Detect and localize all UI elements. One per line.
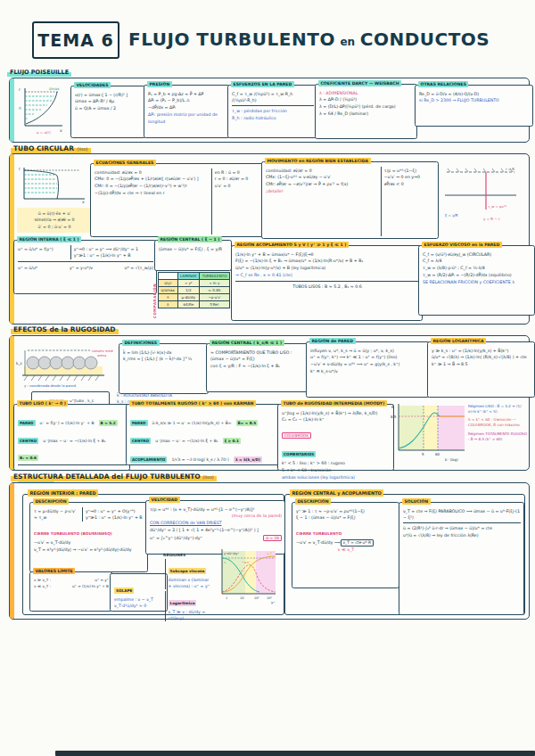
pared-formulas: influyen ν, u*, k_s ⇒ ū = ū(y ; u*, ν, k… xyxy=(310,348,426,375)
box-region-central: REGIÓN CENTRAL ( ξ ∼ 1 ) (ūmax − ū)/u* =… xyxy=(154,240,232,271)
box-tubo-rugoso: TUBO TOTALMENTE RUGOSO ( k⁺ ≳ 60 ) von K… xyxy=(126,404,282,465)
tubo-rugoso-row-acoplamiento: ACOPLAMIENTO 1/√λ = −2.0·log( k_s / 3.7D… xyxy=(130,448,278,464)
formula-line: ū = ū(r)·ēx + u′ xyxy=(20,210,89,217)
descripcion-formulas: −u′v′ = ν_T·dū/dyν_T = κ²y²·|dū/dy| ⇒ −u… xyxy=(34,539,144,553)
row-chip: CENTRO xyxy=(18,438,38,444)
formula-line: CMx: 0 = −(1/ρ)∂P̄/∂x + (1/r)∂/∂r[ r(ν∂ū… xyxy=(95,176,209,182)
comentarios-note: ambas soluciones (ley logarítmica) xyxy=(282,474,391,481)
formula-line: ūmax = ΔPₗ·R² / 4μ xyxy=(75,98,143,104)
formula-line: CMr: 0 = −(1/ρ)∂P̄/∂r − (1/r)∂/∂r(r·v′²)… xyxy=(95,183,209,189)
acoplamiento-notes: ⇒ C_f vs Re , κ ≈ 0.41 (cte) xyxy=(235,272,419,278)
formula-line: τ_w = (R/2)·ΔPₗ = −(R/2)·dP̄/dx (equilib… xyxy=(423,272,531,278)
region-item-logaritmica: Logarítmica ν_T ≫ ν : dū/dy = u*/(κ·y) xyxy=(165,591,213,621)
formula-line: u′v′ = 0 xyxy=(215,183,262,189)
box-movimiento-establecido: MOVIMIENTO en REGIÓN BIEN ESTABLECIDA co… xyxy=(261,161,439,239)
table-row: ū/ūmax1/2≈ 0.85 xyxy=(159,287,230,294)
intermedia-formulas: u⁺|log = (1/κ)·ln(y/k_s) + B̃(k⁺) ⇒ λ(Re… xyxy=(282,410,391,423)
formula-line: k⁺ ≡ k_s·u*/ν xyxy=(310,368,426,374)
viscoso-notes: SE RELACIONAN FRICCIÓN y COEFICIENTE λ xyxy=(423,279,531,285)
formula-line: u⁺ = ū/u* = f(y⁺) xyxy=(18,246,68,252)
section-label-text: TUBO CIRCULAR xyxy=(13,144,74,152)
formula-line: −u′v′ → 0 en y→0 xyxy=(384,174,435,180)
acoplamiento-bottom: TUBOS LISOS : B ≈ 5.2 , B₁ ≈ 0.6 xyxy=(235,284,419,290)
formula-line: y⁺→0 : u⁺ = y⁺ ⟶ dū⁺/dy⁺ = 1 xyxy=(74,246,153,252)
row-result: ξ ≳ 0.1 xyxy=(223,438,241,444)
divider xyxy=(232,105,314,106)
formula-line: τ/ρ = u*²·(1−ξ) xyxy=(384,168,435,174)
valores-row: ν ≫ ν_T :u⁺ = y⁺ xyxy=(34,577,109,583)
row-formula: u⁺ = f(y⁺) = (1/κ)·ln y⁺ + B xyxy=(40,421,95,425)
regiones-tree: REGIONES Subcapa viscosa dominan ν (lami… xyxy=(163,553,213,623)
formula-line: k⁺ ≫ 1 ⇒ B̃ → 8.5 xyxy=(432,361,531,367)
formula-line: SE RELACIONAN FRICCIÓN y COEFICIENTE λ xyxy=(423,279,531,285)
divider xyxy=(381,167,382,236)
formula-line: ≈ COMPORTAMIENTO QUE TUBO LISO : xyxy=(210,349,305,356)
section-label-suffix: : (liso) xyxy=(74,146,88,152)
svg-text:τ_w = ρu*²: τ_w = ρu*² xyxy=(488,204,507,209)
interna-def-2: y⁺ = y·u*/ν xyxy=(70,265,93,271)
svg-text:u = u(r): u = u(r) xyxy=(37,130,51,135)
section-label-text: ESTRUCTURA DETALLADA del FLUJO TURBULENT… xyxy=(13,472,201,481)
row-chip: PARED xyxy=(18,420,36,426)
velocidad-pink-note: (muy cerca de la pared) xyxy=(150,513,282,519)
row-result: B̃∞ ≈ 8.5 xyxy=(236,420,259,426)
formula-line: en R : ū = 0 xyxy=(215,169,262,176)
ecuaciones-left: continuidad: ∂ū/∂x = 0CMx: 0 = −(1/ρ)∂P̄… xyxy=(95,168,209,234)
formula-line: C_f = (ν/ū²)·∂ū/∂y|_w (CIRCULAR) xyxy=(423,251,531,258)
box-tubo-intermedio: TUBO de RUGOSIDAD INTERMEDIA (MOODY) u⁺|… xyxy=(277,404,394,471)
box-acoplamiento-header: REGIÓN ACOPLAMIENTO S y V ( y⁺ ≫ 1 y ξ ≪… xyxy=(235,242,349,248)
divider xyxy=(18,464,127,465)
row-chip: PARED xyxy=(130,420,148,426)
formula-line: −dP̄/dx = ΔPₗ xyxy=(148,104,226,111)
svg-text:r: r xyxy=(19,87,21,92)
svg-text:5: 5 xyxy=(422,452,424,456)
comentarios-lines: k⁺ < 5 : liso ; k⁺ > 60 : rugoso5 < k⁺ <… xyxy=(282,460,391,473)
svg-text:y⁺: y⁺ xyxy=(271,600,275,604)
interna-def-3: u* = √(τ_w/ρ) xyxy=(125,265,153,271)
row-chip: ACOPLAMIENTO xyxy=(130,456,167,463)
ecuaciones-right: en R : ū = 0r = 0 : ∂ū/∂r = 0u′v′ = 0 xyxy=(215,168,262,234)
formula-line: k̄ : RUGOSIDAD ABSOLUTA xyxy=(117,392,202,399)
svg-text:y⁺dū⁺/dy⁺: y⁺dū⁺/dy⁺ xyxy=(224,552,239,555)
divider xyxy=(211,168,212,234)
tubo-rugoso-row-pared: PARED ū·k_s/ν ≫ 1 ⇒ u⁺ = (1/κ)·ln(y/k_s)… xyxy=(130,411,278,428)
box-esfuerzos-header: ESFUERZOS EN LA PARED xyxy=(231,81,294,87)
formula-line: ∂P̄/∂x < 0 xyxy=(384,181,435,187)
table-col-laminar: LAMINAR xyxy=(177,273,200,280)
legend-liso: Régimen LISO : B̃ = 5.2 + (1/κ)·ln k⁺ (k… xyxy=(468,404,527,415)
definiciones-formulas: k̄ = lim (1/L)·∫₀ᴸ k(x)·dxk_rms = [ (1/L… xyxy=(123,349,205,363)
formula-line: ū = Q/A = ūmax / 2 xyxy=(75,105,143,111)
box-esfuerzo-viscoso: ESFUERZO VISCOSO en la PARED C_f = (ν/ū²… xyxy=(418,245,535,316)
box-otras-relaciones: OTRAS RELACIONES Re_D = ū·D/ν = (4/π)·Q/… xyxy=(415,85,533,127)
regiones-title: REGIONES xyxy=(163,553,213,557)
formula-line: ū′ = 0 ; ū·u′ = 0 xyxy=(20,224,89,230)
velocity-profile-diagram: r x R u = u(r) ūmax xyxy=(17,83,65,136)
comentarios-chip: COMENTARIOS xyxy=(282,451,316,457)
region-item-subcapa: Subcapa viscosa dominan ν (laminar + vis… xyxy=(165,559,213,589)
svg-text:ν: ν xyxy=(224,561,226,564)
colebrook-tag: COLEBROOK xyxy=(282,432,311,439)
cierre-turbulento-label: CIERRE TURBULENTO (BOUSSINESQ) xyxy=(34,531,112,536)
svg-text:B̃: B̃ xyxy=(391,404,394,409)
svg-text:r = R: r = R xyxy=(506,167,514,171)
svg-text:y = R − r: y = R − r xyxy=(483,217,500,221)
box-darcy-weisbach: COEFICIENTE DARCY — WEISBACH λ : ADIMENS… xyxy=(315,84,417,139)
box-log-header: REGIÓN LOGARÍTMICA xyxy=(431,338,486,344)
section-label-estructura: ESTRUCTURA DETALLADA del FLUJO TURBULENT… xyxy=(11,472,217,481)
formula-line: simetría ⇒ ∂/∂θ = 0 xyxy=(20,217,89,223)
box-velocidades-header: VELOCIDADES xyxy=(74,82,111,88)
velocidades-formulas: u(r) = ūmax·[ 1 − (r/R)² ]ūmax = ΔPₗ·R² … xyxy=(75,92,143,112)
region-central-label: REGIÓN CENTRAL y ACOPLAMIENTO xyxy=(290,489,383,497)
box-solucion-header: SOLUCIÓN xyxy=(402,498,431,505)
formula-line: λ = (D/L)·ΔP/(½ρū²) (pérd. de carga) xyxy=(319,103,414,110)
formula-line: continuidad: ∂ū/∂x = 0 xyxy=(95,169,209,176)
box-definiciones-header: DEFINICIONES xyxy=(122,340,160,346)
log-formulas: y ≫ k_s : u⁺ = (1/κ)·ln(y/k_s) + B̃(k⁺)ū… xyxy=(432,348,531,368)
box-solape: SOLAPE empalme : ν ∼ ν_Tν_T·d²ū/dy² ≈ 0 xyxy=(110,573,168,612)
formula-line: ξ ∼ 1 : (ūmax − ū)/u* = F(ξ) xyxy=(296,514,396,521)
box-tubo-liso-header: TUBO LISO ( k⁺ → 0 ) xyxy=(17,400,68,407)
formula-line: τ_w = (λ/8)·ρ·ū² ; C_f = ½·λ/4 xyxy=(423,265,531,271)
formula-line: Pₐ = P_b + ρg·Δz = P̄ + ΔP xyxy=(148,91,226,97)
descripcion-right: y⁺→0 : u⁺ = y⁺ + O(y⁺⁴)y⁺≫1 : u⁺ = (1/κ)… xyxy=(86,507,144,522)
divider xyxy=(82,507,83,522)
